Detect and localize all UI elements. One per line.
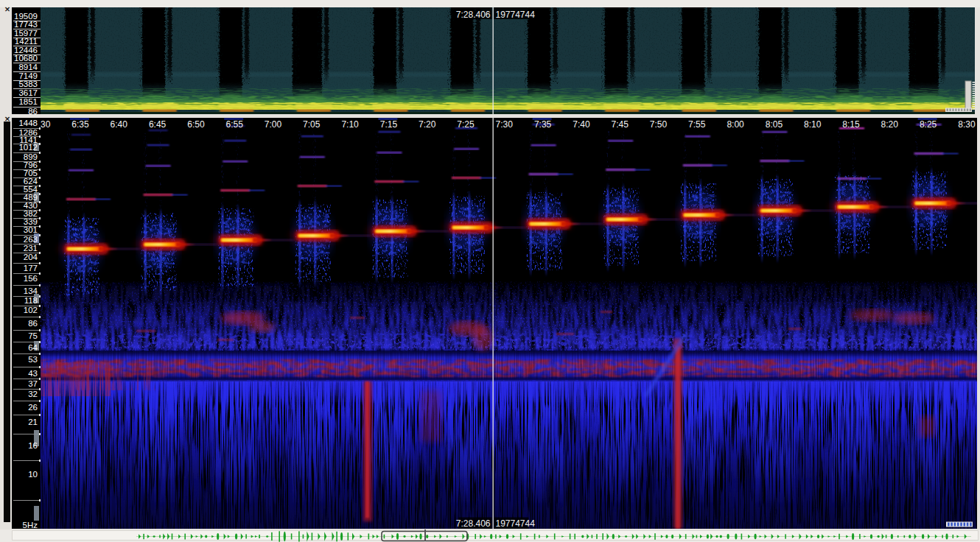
svg-text:7:05: 7:05 <box>303 119 321 130</box>
svg-text:8:15: 8:15 <box>842 119 860 130</box>
svg-text:6:50: 6:50 <box>187 119 205 130</box>
svg-text:19774744: 19774744 <box>496 518 536 528</box>
svg-text:7:20: 7:20 <box>419 119 436 130</box>
svg-text:7:55: 7:55 <box>688 119 706 130</box>
svg-text:6:35: 6:35 <box>71 119 89 130</box>
svg-text:7:15: 7:15 <box>380 119 398 130</box>
svg-text:7:40: 7:40 <box>573 119 590 130</box>
svg-text:8:25: 8:25 <box>920 119 937 130</box>
svg-text:8:00: 8:00 <box>727 119 744 130</box>
svg-text:6:30: 6:30 <box>41 119 51 130</box>
svg-text:7:28.406: 7:28.406 <box>456 518 491 528</box>
svg-text:6:40: 6:40 <box>111 119 128 130</box>
svg-text:6:55: 6:55 <box>226 119 244 130</box>
svg-text:7:30: 7:30 <box>496 119 514 130</box>
svg-text:8:20: 8:20 <box>881 119 899 130</box>
svg-text:8:05: 8:05 <box>766 119 783 130</box>
svg-text:6:45: 6:45 <box>149 119 167 130</box>
svg-text:19774744: 19774744 <box>496 10 536 20</box>
svg-text:7:00: 7:00 <box>265 119 282 130</box>
svg-text:8:10: 8:10 <box>804 119 822 130</box>
svg-text:7:50: 7:50 <box>650 119 668 130</box>
svg-text:7:28.406: 7:28.406 <box>456 10 491 20</box>
svg-text:7:35: 7:35 <box>534 119 552 130</box>
svg-text:7:10: 7:10 <box>341 119 359 130</box>
svg-text:7:25: 7:25 <box>457 119 475 130</box>
svg-text:8:30: 8:30 <box>958 119 976 130</box>
svg-text:7:45: 7:45 <box>612 119 629 130</box>
